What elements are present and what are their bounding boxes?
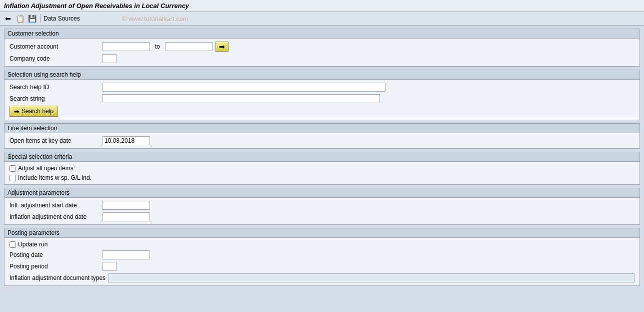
- open-items-label: Open items at key date: [10, 137, 100, 144]
- customer-selection-header: Customer selection: [4, 29, 640, 39]
- end-date-row: Inflation adjustment end date: [10, 212, 634, 221]
- back-icon[interactable]: ⬅: [3, 14, 13, 24]
- search-help-button-row: ➡ Search help: [10, 106, 634, 117]
- search-help-section: Selection using search help Search help …: [4, 70, 640, 120]
- special-selection-body: Adjust all open items Include items w sp…: [4, 162, 640, 184]
- save-icon[interactable]: 💾: [27, 14, 37, 24]
- open-items-row: Open items at key date: [10, 136, 634, 145]
- line-item-header: Line item selection: [4, 124, 640, 133]
- posting-period-input[interactable]: [102, 262, 116, 271]
- search-help-header: Selection using search help: [4, 70, 640, 80]
- posting-period-label: Posting period: [10, 263, 100, 270]
- title-bar: Inflation Adjustment of Open Receivables…: [0, 0, 644, 12]
- customer-account-range-button[interactable]: ➡: [216, 42, 228, 52]
- start-date-input[interactable]: [102, 201, 150, 210]
- company-code-label: Company code: [10, 55, 100, 62]
- adjustment-parameters-section: Adjustment parameters Infl. adjustment s…: [4, 188, 640, 225]
- end-date-input[interactable]: [102, 212, 150, 221]
- search-help-id-row: Search help ID: [10, 83, 634, 92]
- customer-selection-body: Customer account to ➡ Company code: [4, 39, 640, 66]
- search-help-button[interactable]: ➡ Search help: [10, 106, 58, 117]
- posting-date-row: Posting date: [10, 250, 634, 259]
- search-help-btn-label: Search help: [22, 108, 54, 115]
- posting-date-input[interactable]: [102, 250, 150, 259]
- start-date-row: Infl. adjustment start date: [10, 201, 634, 210]
- include-items-row: Include items w sp. G/L ind.: [10, 174, 634, 181]
- main-content: Customer selection Customer account to ➡…: [0, 26, 644, 289]
- search-string-input[interactable]: [102, 94, 380, 103]
- line-item-body: Open items at key date: [4, 133, 640, 148]
- doc-types-field: [108, 273, 634, 282]
- customer-account-to-input[interactable]: [165, 42, 212, 51]
- end-date-label: Inflation adjustment end date: [10, 213, 100, 220]
- posting-parameters-body: Update run Posting date Posting period I…: [4, 238, 640, 285]
- customer-account-label: Customer account: [10, 43, 100, 50]
- search-help-body: Search help ID Search string ➡ Search he…: [4, 80, 640, 120]
- adjust-all-row: Adjust all open items: [10, 165, 634, 172]
- include-items-label: Include items w sp. G/L ind.: [18, 174, 92, 181]
- toolbar: ⬅ 📋 💾 Data Sources © www.tutorialkart.co…: [0, 12, 644, 26]
- search-string-row: Search string: [10, 94, 634, 103]
- open-items-date-input[interactable]: [102, 136, 150, 145]
- posting-parameters-header: Posting parameters: [4, 228, 640, 238]
- line-item-section: Line item selection Open items at key da…: [4, 123, 640, 149]
- posting-parameters-section: Posting parameters Update run Posting da…: [4, 228, 640, 286]
- update-run-checkbox[interactable]: [10, 241, 16, 248]
- to-separator: to: [153, 43, 162, 50]
- start-date-label: Infl. adjustment start date: [10, 202, 100, 209]
- search-help-btn-icon: ➡: [14, 108, 20, 115]
- company-code-input[interactable]: [102, 54, 116, 63]
- data-sources-menu[interactable]: Data Sources: [44, 15, 80, 22]
- page-title: Inflation Adjustment of Open Receivables…: [4, 2, 189, 10]
- search-help-id-input[interactable]: [110, 83, 386, 92]
- doc-types-label: Inflation adjustment document types: [10, 274, 106, 281]
- customer-account-row: Customer account to ➡: [10, 42, 634, 52]
- adjustment-parameters-header: Adjustment parameters: [4, 188, 640, 198]
- search-help-id-container: [102, 83, 386, 92]
- customer-account-from-input[interactable]: [102, 42, 150, 51]
- forward-icon[interactable]: 📋: [15, 14, 25, 24]
- customer-selection-section: Customer selection Customer account to ➡…: [4, 29, 640, 67]
- adjustment-parameters-body: Infl. adjustment start date Inflation ad…: [4, 198, 640, 224]
- search-help-id-label: Search help ID: [10, 84, 100, 91]
- special-selection-header: Special selection criteria: [4, 152, 640, 162]
- update-run-label: Update run: [18, 241, 48, 248]
- company-code-row: Company code: [10, 54, 634, 63]
- adjust-all-label: Adjust all open items: [18, 165, 74, 172]
- adjust-all-checkbox[interactable]: [10, 165, 16, 172]
- posting-date-label: Posting date: [10, 251, 100, 258]
- watermark: © www.tutorialkart.com: [122, 15, 188, 23]
- posting-period-row: Posting period: [10, 262, 634, 271]
- include-items-checkbox[interactable]: [10, 175, 16, 181]
- special-selection-section: Special selection criteria Adjust all op…: [4, 152, 640, 185]
- search-string-label: Search string: [10, 95, 100, 102]
- update-run-row: Update run: [10, 241, 634, 248]
- doc-types-row: Inflation adjustment document types: [10, 273, 634, 282]
- toolbar-separator: [40, 14, 40, 23]
- search-id-flag: [102, 83, 110, 92]
